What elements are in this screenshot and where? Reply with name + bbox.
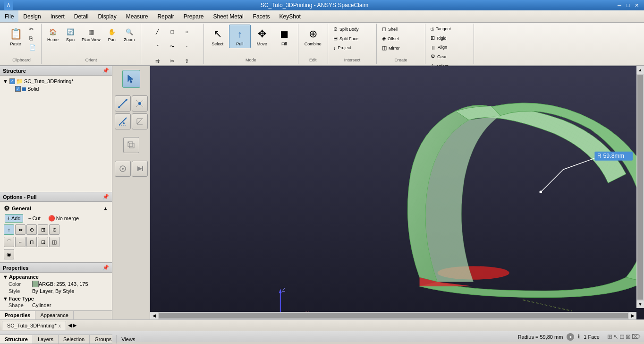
tool-face-button[interactable] — [115, 113, 131, 129]
tool-edge-button[interactable] — [115, 95, 131, 112]
split-face-button[interactable]: ⊟ Split Face — [331, 34, 373, 43]
pan-button[interactable]: ✋ Pan — [103, 25, 120, 43]
pull-tool-6[interactable]: ⌒ — [4, 237, 14, 247]
point-button[interactable]: · — [180, 39, 194, 53]
scroll-right-arrow[interactable]: ▶ — [629, 312, 636, 319]
menu-repair[interactable]: Repair — [153, 10, 178, 22]
tab-properties[interactable]: Properties — [0, 311, 35, 319]
cursor-tool-button[interactable] — [122, 70, 140, 88]
menu-prepare[interactable]: Prepare — [179, 10, 209, 22]
paste-button[interactable]: 📋 Paste — [5, 25, 26, 48]
format-button[interactable]: 📄 — [27, 43, 38, 52]
spline-button[interactable]: 〜 — [165, 39, 179, 53]
select-button[interactable]: ↖ Select — [207, 25, 229, 48]
cut-button[interactable]: ✂ — [27, 25, 38, 34]
zoom-button[interactable]: 🔍 Zoom — [121, 25, 138, 43]
pull-tool-10[interactable]: ◫ — [49, 237, 59, 247]
gear-button[interactable]: ⚙ Gear — [428, 52, 471, 61]
tab-appearance[interactable]: Appearance — [35, 311, 73, 319]
general-section-header[interactable]: ⚙ General ▲ — [2, 204, 110, 213]
tab-nav-left[interactable]: ◀ — [68, 322, 72, 328]
close-button[interactable]: ✕ — [633, 1, 640, 9]
copy-button[interactable]: ⎘ — [27, 34, 38, 43]
menu-display[interactable]: Display — [93, 10, 121, 22]
face-type-section-header[interactable]: ▼ Face Type — [2, 295, 110, 302]
move-button[interactable]: ✥ Move — [251, 25, 273, 48]
menu-design[interactable]: Design — [18, 10, 45, 22]
pull-tool-11[interactable]: ◉ — [4, 249, 14, 259]
split-body-button[interactable]: ⊘ Split Body — [331, 25, 373, 34]
menu-insert[interactable]: Insert — [46, 10, 69, 22]
pull-button[interactable]: ↑ Pull — [229, 25, 251, 48]
menu-detail[interactable]: Detail — [69, 10, 93, 22]
pull-tool-5[interactable]: ⊙ — [49, 224, 59, 235]
tab-selection[interactable]: Selection — [59, 335, 90, 344]
tab-close-button[interactable]: x — [59, 323, 61, 328]
project-button[interactable]: ↓ Project — [331, 43, 373, 52]
scroll-thumb-right[interactable] — [637, 75, 643, 300]
info-icon[interactable]: ℹ — [578, 334, 580, 340]
maximize-button[interactable]: □ — [624, 1, 632, 9]
vp-ctrl-1[interactable]: ⊞ — [607, 333, 612, 340]
color-swatch[interactable] — [32, 281, 39, 287]
vp-ctrl-3[interactable]: ⊡ — [619, 333, 625, 340]
child-checkbox[interactable]: ✓ — [15, 86, 21, 92]
tree-child[interactable]: ✓ ◼ Solid — [2, 85, 110, 93]
viewport-scrollbar-right[interactable]: ▲ ▼ — [636, 66, 644, 308]
cut-button-opt[interactable]: − Cut — [26, 214, 43, 223]
pull-tool-2[interactable]: ⇔ — [15, 224, 25, 235]
circle-button[interactable]: ○ — [180, 25, 194, 39]
align-button[interactable]: ⫼ Align — [428, 43, 471, 52]
pull-tool-7[interactable]: ⌐ — [15, 237, 25, 247]
pull-tool-8[interactable]: ⊓ — [26, 237, 37, 247]
scroll-down-arrow[interactable]: ▼ — [636, 301, 644, 308]
rigid-button[interactable]: ⊞ Rigid — [428, 34, 471, 43]
arc-button[interactable]: ◜ — [151, 39, 165, 53]
tool-snap-button[interactable] — [115, 161, 131, 177]
vp-ctrl-5[interactable]: ⌦ — [632, 333, 640, 340]
tree-expand-icon[interactable]: ▼ — [3, 78, 8, 84]
document-tab[interactable]: SC_Tuto_3DPrinting* x — [2, 321, 66, 330]
tool-vertex-button[interactable] — [132, 95, 148, 112]
rect-button[interactable]: □ — [165, 25, 179, 39]
pull-tool-4[interactable]: ⊞ — [38, 224, 48, 235]
structure-pin-icon[interactable]: 📌 — [102, 68, 109, 74]
shell-button[interactable]: ◻ Shell — [380, 25, 422, 34]
mirror-button[interactable]: ◫ Mirror — [380, 43, 422, 52]
tab-layers[interactable]: Layers — [33, 335, 59, 344]
spin-button[interactable]: 🔄 Spin — [62, 25, 79, 43]
tool-next-button[interactable] — [132, 161, 148, 177]
add-button[interactable]: + Add — [5, 214, 23, 223]
options-pin-icon[interactable]: 📌 — [102, 194, 109, 200]
menu-facets[interactable]: Facets — [248, 10, 275, 22]
tool-3d-button[interactable] — [123, 137, 139, 153]
vp-ctrl-4[interactable]: ⊠ — [626, 333, 631, 340]
tab-nav-right[interactable]: ▶ — [73, 322, 76, 328]
fill-button[interactable]: ◼ Fill — [273, 25, 295, 48]
minimize-button[interactable]: ─ — [616, 1, 623, 9]
no-merge-button[interactable]: 🔴 No merge — [46, 214, 81, 223]
root-checkbox[interactable]: ✓ — [9, 78, 15, 84]
tab-groups[interactable]: Groups — [90, 335, 117, 344]
viewport[interactable]: Modify diameter of 1 cylinder — [150, 66, 644, 319]
scroll-left-arrow[interactable]: ◀ — [150, 312, 158, 319]
viewport-3d-scene[interactable]: R 59.8mm Z X Y — [150, 66, 644, 319]
tool-body-button[interactable] — [132, 113, 148, 129]
appearance-section-header[interactable]: ▼ Appearance — [2, 274, 110, 280]
menu-file[interactable]: File — [0, 10, 18, 22]
tab-structure[interactable]: Structure — [0, 335, 33, 344]
pull-tool-1[interactable]: ↑ — [4, 224, 14, 235]
line-button[interactable]: ╱ — [151, 25, 165, 39]
combine-button[interactable]: ⊕ Combine — [301, 25, 325, 48]
properties-pin-icon[interactable]: 📌 — [102, 265, 109, 271]
tree-root[interactable]: ▼ ✓ 📁 SC_Tuto_3DPrinting* — [2, 77, 110, 85]
vp-ctrl-2[interactable]: ↖ — [613, 333, 619, 340]
scroll-up-arrow[interactable]: ▲ — [636, 66, 644, 74]
menu-keyshot[interactable]: KeyShot — [275, 10, 305, 22]
tangent-button[interactable]: ⟃ Tangent — [428, 25, 471, 33]
menu-measure[interactable]: Measure — [121, 10, 153, 22]
offset-button[interactable]: ◈ Offset — [380, 34, 422, 43]
menu-sheetmetal[interactable]: Sheet Metal — [209, 10, 248, 22]
pull-tool-9[interactable]: ⊡ — [38, 237, 48, 247]
scroll-thumb-bottom[interactable] — [159, 313, 628, 318]
